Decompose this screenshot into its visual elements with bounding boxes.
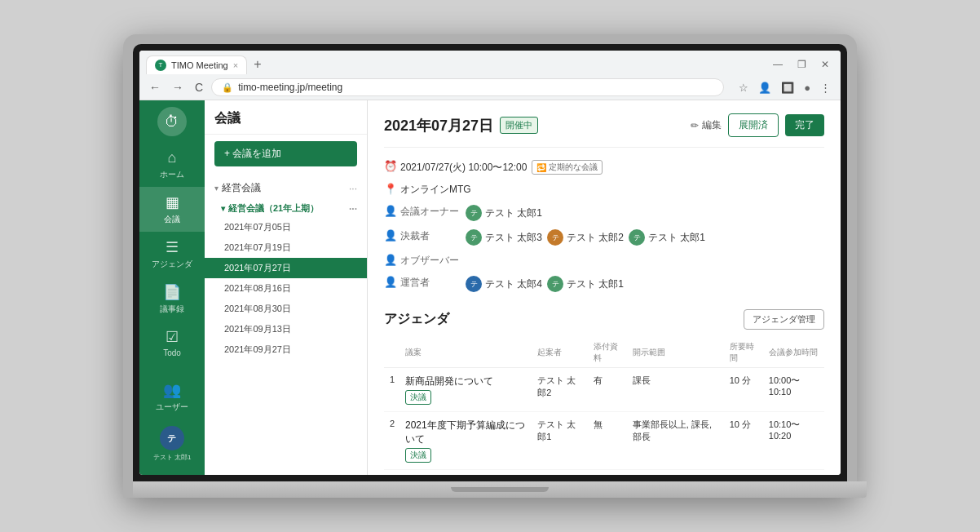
meeting-detail-header: 2021年07月27日 開催中 ✏ 編集 展開済 完了 (384, 113, 824, 137)
status-badge: 開催中 (500, 117, 538, 134)
edit-button[interactable]: ✏ 編集 (691, 118, 722, 132)
agenda-row-2: 3 労働時間マネジメント方針 諮問 テスト 太郎1 無 事業部長以上, 課長, … (384, 470, 824, 476)
new-tab-button[interactable]: + (247, 54, 267, 75)
browser-actions: ☆ 👤 🔲 ● ⋮ (735, 80, 834, 95)
user-name: テスト 太郎1 (153, 453, 192, 462)
sidebar-item-user[interactable]: 👥 ユーザー (139, 375, 205, 419)
account-icon[interactable]: ● (801, 80, 814, 95)
minimize-button[interactable]: — (768, 57, 788, 72)
attendee-chip-1: テ テスト 太郎1 (547, 276, 624, 292)
sidebar-item-agenda[interactable]: ☰ アジェンダ (139, 232, 205, 277)
menu-icon[interactable]: ⋮ (817, 80, 834, 95)
forward-button[interactable]: → (169, 79, 187, 95)
agenda-audience-2: 事業部長以上, 課長, 部長 (628, 470, 725, 476)
lock-icon: 🔒 (222, 82, 233, 93)
meeting-group-keiei: ▾ 経営会議 ··· ▾ 経営会議（21年上期） ··· 2021年07月05日 (205, 173, 367, 366)
url-text: timo-meeting.jp/meeting (238, 82, 342, 93)
tab-close-button[interactable]: × (233, 60, 238, 70)
facilitator-chip-1: テ テスト 太郎2 (547, 229, 624, 246)
agenda-proposer-1: テスト 太郎1 (532, 412, 589, 470)
agenda-num-1: 2 (384, 412, 400, 470)
sidebar-item-todo[interactable]: ☑ Todo (139, 321, 205, 364)
col-topic: 議案 (400, 338, 532, 368)
bookmark-icon[interactable]: ☆ (735, 80, 752, 95)
tab-favicon: T (155, 60, 166, 71)
extension-icon[interactable]: 🔲 (778, 80, 797, 95)
facilitator-icon: 👤 (384, 229, 400, 242)
sidebar-logo: ⏱ (157, 107, 187, 136)
agenda-topic-1: 2021年度下期予算編成について 決議 (400, 412, 532, 470)
col-duration: 所要時間 (725, 338, 764, 368)
sidebar-current-user[interactable]: テ テスト 太郎1 (150, 419, 195, 468)
meeting-date-item-5[interactable]: 2021年09月13日 (205, 319, 367, 339)
meeting-subgroup-header[interactable]: ▾ 経営会議（21年上期） ··· (205, 200, 367, 217)
observer-label: オブザーバー (400, 254, 466, 268)
owner-label: 会議オーナー (400, 205, 466, 219)
browser-chrome: T TIMO Meeting × + — ❐ ✕ ← → C (139, 51, 841, 100)
url-bar[interactable]: 🔒 timo-meeting.jp/meeting (211, 78, 724, 96)
meeting-date-item-3[interactable]: 2021年08月16日 (205, 278, 367, 299)
sidebar-item-home[interactable]: ⌂ ホーム (139, 143, 205, 187)
meeting-list-panel: 会議 + 会議を追加 ▾ 経営会議 ··· ▾ 経営会議（21年上期） (205, 100, 368, 475)
facilitator-avatar-0: テ (466, 229, 482, 246)
meeting-date-item-4[interactable]: 2021年08月30日 (205, 299, 367, 319)
clock-info-icon: ⏰ (384, 160, 400, 172)
agenda-duration-0: 10 分 (725, 368, 764, 412)
close-button[interactable]: ✕ (816, 57, 834, 72)
agenda-manage-button[interactable]: アジェンダ管理 (744, 309, 824, 330)
agenda-section: アジェンダ アジェンダ管理 議案 起案者 添付資料 開示範囲 (384, 309, 824, 475)
sidebar-agenda-label: アジェンダ (152, 259, 192, 270)
facilitator-avatar-1: テ (547, 229, 563, 246)
expand-button[interactable]: 展開済 (728, 113, 779, 137)
agenda-num-0: 1 (384, 368, 400, 412)
location-text: オンラインMTG (400, 183, 471, 197)
add-meeting-button[interactable]: + 会議を追加 (214, 141, 357, 166)
profile-icon[interactable]: 👤 (755, 80, 775, 95)
agenda-meeting-time-0: 10:00〜10:10 (764, 368, 824, 412)
app-layout: ⏱ ⌂ ホーム ▦ 会議 ☰ アジェンダ 📄 (139, 100, 841, 475)
datetime-text: 2021/07/27(火) 10:00〜12:00 (400, 161, 527, 175)
datetime-row: ⏰ 2021/07/27(火) 10:00〜12:00 🔁 定期的な会議 (384, 156, 824, 179)
meeting-list-header: 会議 (205, 100, 367, 135)
meeting-date-item-0[interactable]: 2021年07月05日 (205, 217, 367, 237)
facilitator-chip-0: テ テスト 太郎3 (466, 229, 542, 246)
owner-name: テスト 太郎1 (485, 206, 542, 220)
sidebar-item-meeting[interactable]: ▦ 会議 (139, 187, 205, 232)
regular-label: 定期的な会議 (549, 162, 598, 173)
owner-value: テ テスト 太郎1 (466, 205, 542, 221)
attendee-icon: 👤 (384, 276, 400, 288)
agenda-title: アジェンダ (384, 311, 449, 328)
complete-button[interactable]: 完了 (785, 114, 824, 136)
regular-meeting-badge: 🔁 定期的な会議 (532, 160, 603, 175)
sidebar-todo-label: Todo (163, 348, 181, 357)
owner-chip: テ テスト 太郎1 (466, 205, 542, 221)
meeting-group-header-keiei[interactable]: ▾ 経営会議 ··· (205, 178, 367, 198)
location-icon: 📍 (384, 183, 400, 195)
agenda-row-0: 1 新商品開発について 決議 テスト 太郎2 有 課長 10 分 (384, 368, 824, 412)
agenda-proposer-2: テスト 太郎1 (532, 470, 589, 476)
edit-icon: ✏ (691, 120, 699, 131)
restore-button[interactable]: ❐ (792, 57, 811, 72)
more-icon[interactable]: ··· (349, 183, 357, 194)
main-content: 2021年07月27日 開催中 ✏ 編集 展開済 完了 (368, 100, 841, 475)
meeting-date-item-1[interactable]: 2021年07月19日 (205, 237, 367, 258)
meeting-date-item-2[interactable]: 2021年07月27日 (205, 258, 367, 278)
location-row: 📍 オンラインMTG (384, 179, 824, 201)
meeting-title-row: 2021年07月27日 開催中 (384, 116, 538, 135)
attendee-name-1: テスト 太郎1 (567, 277, 624, 291)
agenda-audience-0: 課長 (628, 368, 725, 412)
address-bar: ← → C 🔒 timo-meeting.jp/meeting ☆ 👤 🔲 ● … (139, 75, 841, 100)
meeting-icon: ▦ (166, 193, 179, 211)
attendee-name-0: テスト 太郎4 (485, 277, 542, 291)
refresh-button[interactable]: C (192, 79, 206, 95)
home-icon: ⌂ (168, 149, 177, 166)
back-button[interactable]: ← (146, 79, 164, 95)
tab-title: TIMO Meeting (171, 60, 228, 70)
sidebar-item-minutes[interactable]: 📄 議事録 (139, 277, 205, 321)
meeting-date-item-6[interactable]: 2021年09月27日 (205, 339, 367, 360)
browser-tab[interactable]: T TIMO Meeting × (146, 55, 247, 74)
agenda-item-title-1: 2021年度下期予算編成について (405, 419, 528, 446)
subgroup-more-icon[interactable]: ··· (349, 203, 357, 215)
location-value: オンラインMTG (400, 183, 471, 197)
user-icon: 👥 (163, 381, 181, 399)
